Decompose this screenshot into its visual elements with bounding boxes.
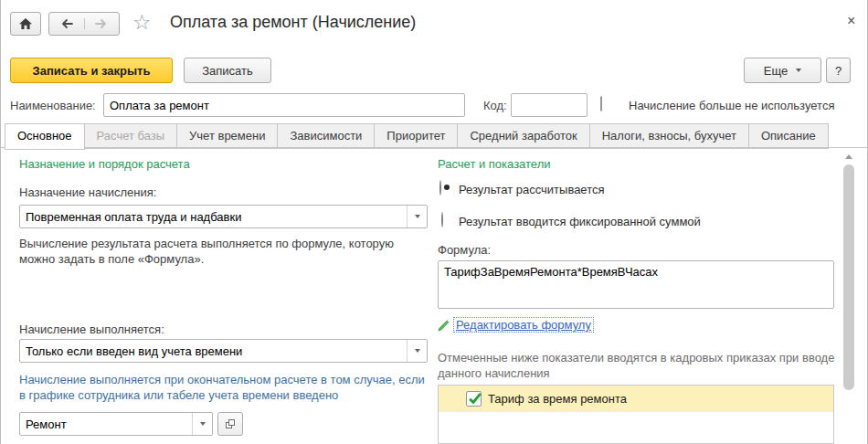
result-calculated-label[interactable]: Результат рассчитывается (459, 183, 605, 196)
back-button[interactable] (49, 18, 84, 29)
name-label: Наименование: (10, 99, 96, 112)
result-fixed-radio[interactable] (441, 212, 443, 227)
result-fixed-label[interactable]: Результат вводится фиксированной суммой (459, 215, 701, 228)
home-icon (18, 17, 33, 30)
forward-arrow-icon (95, 18, 108, 29)
open-in-form-icon (224, 418, 237, 430)
pencil-icon (438, 319, 450, 332)
scroll-up-icon[interactable] (845, 154, 852, 159)
dropdown-arrow-icon (200, 422, 206, 426)
left-section-title: Назначение и порядок расчета (19, 157, 190, 171)
forward-button[interactable] (84, 18, 120, 29)
tab-opisanie[interactable]: Описание (748, 123, 829, 149)
scrollbar-thumb[interactable] (843, 164, 854, 390)
tab-osnovnoe[interactable]: Основное (5, 123, 85, 150)
performed-dropdown-button[interactable] (407, 340, 427, 362)
performed-label: Начисление выполняется: (19, 322, 164, 336)
chevron-down-icon (796, 69, 801, 72)
not-used-label: Начисление больше не используется (629, 99, 834, 112)
purpose-combobox[interactable] (19, 205, 428, 228)
tab-sredniy-zarabotok[interactable]: Средний заработок (457, 123, 589, 149)
close-icon[interactable]: × (847, 13, 855, 29)
back-arrow-icon (60, 18, 73, 29)
name-input[interactable] (103, 93, 465, 117)
tab-nalogi-vznosy[interactable]: Налоги, взносы, бухучет (589, 123, 749, 149)
tab-prioritet[interactable]: Приоритет (374, 123, 458, 149)
performed-combobox[interactable] (19, 339, 428, 363)
edit-formula-row: Редактировать формулу (438, 318, 593, 332)
history-nav-group (48, 12, 120, 36)
tab-uchet-vremeni[interactable]: Учет времени (176, 123, 278, 149)
not-used-checkbox[interactable] (600, 96, 602, 111)
tab-raschet-bazy[interactable]: Расчет базы (84, 123, 178, 149)
purpose-combobox-input[interactable] (20, 206, 407, 227)
time-kind-open-button[interactable] (217, 412, 243, 436)
indicator-checkbox[interactable] (466, 391, 482, 407)
help-button[interactable]: ? (826, 58, 851, 83)
favorite-star-icon[interactable]: ☆ (132, 8, 152, 36)
indicators-list: Тариф за время ремонта (438, 385, 834, 444)
performed-combobox-input[interactable] (20, 340, 407, 362)
vertical-scrollbar[interactable] (842, 149, 857, 444)
condition-note-text: Начисление выполняется при окончательном… (19, 372, 432, 403)
purpose-label: Назначение начисления: (19, 185, 156, 199)
tab-content-border (1, 147, 868, 148)
formula-label: Формула: (438, 243, 491, 257)
result-calculated-radio[interactable] (439, 180, 441, 196)
code-input[interactable] (511, 93, 587, 117)
indicators-note-text: Отмеченные ниже показатели вводятся в ка… (438, 350, 840, 381)
indicator-label: Тариф за время ремонта (488, 392, 627, 406)
page-title: Оплата за ремонт (Начисление) (170, 13, 416, 32)
tab-strip: Основное Расчет базы Учет времени Зависи… (5, 123, 829, 148)
edit-formula-link[interactable]: Редактировать формулу (454, 318, 593, 332)
formula-textarea[interactable]: ТарифЗаВремяРемонта*ВремяВЧасах (438, 260, 834, 309)
time-kind-combobox-input[interactable] (20, 413, 192, 435)
tab-zavisimosti[interactable]: Зависимости (277, 123, 375, 149)
purpose-dropdown-button[interactable] (407, 206, 427, 227)
dropdown-arrow-icon (415, 215, 420, 218)
more-button[interactable]: Еще (744, 58, 821, 83)
save-and-close-button[interactable]: Записать и закрыть (10, 58, 173, 83)
formula-hint-text: Вычисление результата расчета выполняетс… (19, 236, 432, 267)
time-kind-dropdown-button[interactable] (192, 413, 212, 435)
save-button[interactable]: Записать (184, 58, 271, 83)
home-button[interactable] (10, 12, 41, 36)
time-kind-combobox[interactable] (19, 412, 213, 436)
indicator-list-item[interactable]: Тариф за время ремонта (439, 386, 833, 412)
dropdown-arrow-icon (415, 349, 420, 353)
window: ☆ Оплата за ремонт (Начисление) × Записа… (0, 0, 868, 444)
right-section-title: Расчет и показатели (438, 157, 551, 171)
more-button-label: Еще (764, 64, 788, 78)
code-label: Код: (483, 99, 507, 112)
